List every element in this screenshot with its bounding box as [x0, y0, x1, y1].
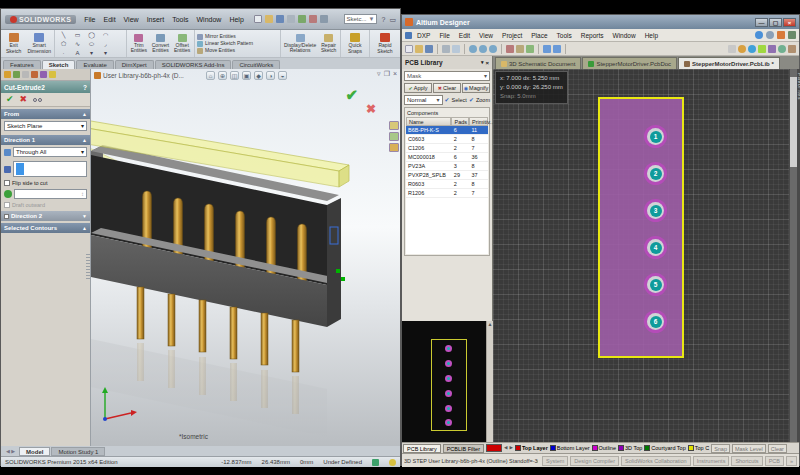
cut-icon[interactable]: [506, 45, 514, 53]
draft-outward-checkbox[interactable]: Draft outward: [1, 201, 90, 209]
menu-project[interactable]: Project: [498, 31, 526, 40]
section-selected-contours[interactable]: Selected Contours▲: [1, 223, 90, 233]
undo-icon[interactable]: [309, 15, 317, 23]
pcb-panel-button[interactable]: PCB: [765, 456, 784, 466]
component-row[interactable]: PVXP28_SPLB2937: [406, 171, 488, 180]
propertymanager-tab-icon[interactable]: [13, 71, 20, 78]
tab-schematic-doc[interactable]: 3D Schematic Document: [495, 57, 581, 69]
draft-icon[interactable]: [4, 190, 12, 198]
pad-2[interactable]: 2: [644, 162, 667, 185]
component-row[interactable]: R120627: [406, 189, 488, 198]
tab-pcblib[interactable]: StepperMotorDriver.PcbLib *: [678, 57, 780, 69]
pad-tool-icon[interactable]: [738, 45, 746, 53]
solidworks-collaboration-panel-button[interactable]: SolidWorks Collaboration: [621, 456, 691, 466]
component-row[interactable]: C120627: [406, 144, 488, 153]
menu-insert[interactable]: Insert: [143, 15, 169, 24]
component-row[interactable]: C060328: [406, 135, 488, 144]
spline-tool-icon[interactable]: ∿: [71, 40, 84, 48]
menu-dxp[interactable]: DXP: [413, 31, 434, 40]
editor-scrollbar[interactable]: [790, 69, 797, 442]
zoom-fit-icon[interactable]: ⌂: [206, 71, 215, 80]
mask-level-button[interactable]: Mask Level: [732, 444, 766, 453]
save-icon[interactable]: [276, 15, 284, 23]
command-search[interactable]: Sketc... ▼: [344, 14, 378, 24]
appearance-icon[interactable]: ◒: [278, 71, 287, 80]
open-icon[interactable]: [265, 15, 273, 23]
copy-icon[interactable]: [516, 45, 524, 53]
menu-tools[interactable]: Tools: [553, 31, 576, 40]
ellipse-tool-icon[interactable]: ⬭: [85, 40, 98, 48]
minimize-icon[interactable]: ▿: [377, 70, 381, 78]
flip-side-checkbox[interactable]: Flip side to cut: [1, 179, 90, 187]
current-layer-swatch[interactable]: [486, 444, 502, 452]
preview-scrollbar[interactable]: ▲: [486, 321, 493, 442]
confirm-ok-icon[interactable]: ✔: [345, 87, 358, 102]
snap-button[interactable]: Snap: [711, 444, 730, 453]
col-primitives[interactable]: Primitiv...: [469, 117, 488, 126]
unit-system-icon[interactable]: [372, 459, 379, 466]
offset-entities-button[interactable]: Offset Entities: [172, 34, 192, 54]
clear-button[interactable]: Clear: [768, 444, 787, 453]
col-name[interactable]: Name: [406, 117, 451, 126]
pad-6[interactable]: 6: [644, 310, 667, 333]
repair-sketch-button[interactable]: Repair Sketch: [319, 34, 338, 54]
line-tool-icon[interactable]: [728, 45, 736, 53]
direction2-checkbox[interactable]: [4, 214, 9, 219]
apply-button[interactable]: ✔ Apply: [404, 83, 432, 93]
layer-scroll-left-icon[interactable]: ◀: [504, 446, 507, 451]
new-file-icon[interactable]: [254, 15, 262, 23]
display-style-icon[interactable]: ◆: [254, 71, 263, 80]
menu-view[interactable]: View: [475, 31, 497, 40]
panel-close-icon[interactable]: ×: [485, 60, 489, 66]
section-direction2[interactable]: Direction 2 ▼: [1, 211, 90, 221]
quick-snaps-button[interactable]: Quick Snaps: [343, 33, 367, 54]
text-tool-icon[interactable]: A: [71, 49, 84, 57]
more-panels-button[interactable]: »: [786, 456, 797, 466]
cancel-button[interactable]: ✖: [20, 95, 28, 104]
direction-reference-field[interactable]: [13, 161, 87, 177]
zoom-area-icon[interactable]: ⊕: [218, 71, 227, 80]
new-icon[interactable]: [405, 45, 413, 53]
tab-dimxpert[interactable]: DimXpert: [115, 60, 154, 69]
rapid-sketch-button[interactable]: Rapid Sketch: [372, 33, 398, 54]
zoom-area-icon[interactable]: [479, 45, 487, 53]
restore-icon[interactable]: ❐: [384, 70, 390, 78]
menu-tools[interactable]: Tools: [168, 15, 192, 24]
flyout-icon-1[interactable]: [389, 121, 399, 130]
zoom-selected-icon[interactable]: [489, 45, 497, 53]
maximize-button[interactable]: ▢: [769, 18, 782, 27]
end-condition-combo[interactable]: Through All▾: [13, 147, 87, 157]
via-tool-icon[interactable]: [748, 45, 756, 53]
reverse-direction-icon[interactable]: [4, 149, 11, 156]
zoom-fit-icon[interactable]: [469, 45, 477, 53]
select-checkbox[interactable]: ✔ Select: [445, 97, 467, 103]
mirror-entities-button[interactable]: Mirror Entities: [197, 34, 236, 40]
menu-help[interactable]: Help: [641, 31, 662, 40]
magnify-button[interactable]: ◉ Magnify: [462, 83, 490, 93]
menu-window[interactable]: Window: [609, 31, 640, 40]
settings-gear-icon[interactable]: [766, 31, 774, 39]
component-row[interactable]: R060328: [406, 180, 488, 189]
graphics-viewport[interactable]: User Library-b6b-ph-4x (D... ⌂ ⊕ ◫ ▣ ◆ ◑…: [91, 69, 400, 446]
view-orientation-icon[interactable]: ▣: [242, 71, 251, 80]
pad-4[interactable]: 4: [644, 236, 667, 259]
open-icon[interactable]: [415, 45, 423, 53]
pad-5[interactable]: 5: [644, 273, 667, 296]
options-icon[interactable]: [320, 15, 328, 23]
rectangle-tool-icon[interactable]: ▭: [71, 31, 84, 39]
shortcuts-panel-button[interactable]: Shortcuts: [731, 456, 762, 466]
menu-window[interactable]: Window: [192, 15, 225, 24]
polygon-tool-icon[interactable]: [778, 45, 786, 53]
layer-top[interactable]: Top Layer: [515, 445, 548, 451]
close-button[interactable]: ×: [783, 18, 796, 27]
component-tool-icon[interactable]: [788, 45, 796, 53]
system-panel-button[interactable]: System: [542, 456, 568, 466]
3d-model-render[interactable]: [91, 81, 400, 441]
mask-combo[interactable]: Mask▾: [404, 71, 490, 81]
preview-glasses-icon[interactable]: [33, 98, 42, 102]
component-row[interactable]: MC000018636: [406, 153, 488, 162]
caret-icon[interactable]: ▾: [99, 49, 112, 57]
component-row[interactable]: B6B-PH-K-S611: [406, 126, 488, 135]
display-tab-icon[interactable]: [40, 71, 47, 78]
layer-top-courtyard[interactable]: Top C: [688, 445, 709, 451]
